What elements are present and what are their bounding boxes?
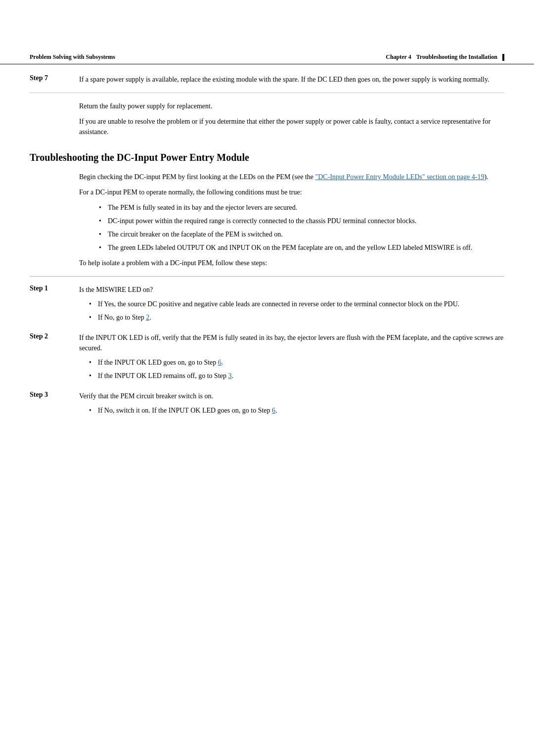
- step7-row: Step 7 If a spare power supply is availa…: [30, 74, 504, 93]
- page: Problem Solving with Subsystems Chapter …: [0, 49, 534, 756]
- to-help-isolate: To help isolate a problem with a DC-inpu…: [79, 258, 504, 268]
- step2-text: If the INPUT OK LED is off, verify that …: [79, 332, 504, 353]
- step1-row: Step 1 Is the MISWIRE LED on? If Yes, th…: [30, 284, 504, 327]
- step1-body: Is the MISWIRE LED on? If Yes, the sourc…: [79, 284, 504, 327]
- step3-label: Step 3: [30, 391, 79, 420]
- step2-row: Step 2 If the INPUT OK LED is off, verif…: [30, 332, 504, 385]
- step2-bullet-2-link[interactable]: 3: [228, 372, 232, 379]
- step2-body: If the INPUT OK LED is off, verify that …: [79, 332, 504, 385]
- intro-para1-before: Begin checking the DC-input PEM by first…: [79, 173, 315, 181]
- step2-bullet-1: If the INPUT OK LED goes on, go to Step …: [89, 357, 504, 368]
- step7-label: Step 7: [30, 74, 79, 85]
- condition-1: The PEM is fully seated in its bay and t…: [99, 202, 504, 213]
- main-content: Step 7 If a spare power supply is availa…: [0, 64, 534, 455]
- section-label: Problem Solving with Subsystems: [30, 53, 115, 61]
- step7-content: If a spare power supply is available, re…: [79, 74, 504, 85]
- condition-2: DC-input power within the required range…: [99, 216, 504, 226]
- step1-bullets: If Yes, the source DC positive and negat…: [89, 299, 504, 323]
- condition-4: The green LEDs labeled OUTPUT OK and INP…: [99, 242, 504, 253]
- conditions-list: The PEM is fully seated in its bay and t…: [99, 202, 504, 253]
- paragraph2: If you are unable to resolve the problem…: [79, 116, 504, 137]
- intro-para1-link[interactable]: "DC-Input Power Entry Module LEDs" secti…: [315, 173, 484, 181]
- header-right: Chapter 4 Troubleshooting the Installati…: [386, 53, 504, 61]
- chapter-title: Troubleshooting the Installation: [416, 53, 497, 61]
- step2-bullet-1-link[interactable]: 6: [218, 359, 222, 366]
- intro-para2: For a DC-input PEM to operate normally, …: [79, 187, 504, 197]
- intro-para1: Begin checking the DC-input PEM by first…: [79, 172, 504, 182]
- step1-text: Is the MISWIRE LED on?: [79, 284, 504, 295]
- step3-bullets: If No, switch it on. If the INPUT OK LED…: [89, 405, 504, 416]
- step3-text: Verify that the PEM circuit breaker swit…: [79, 391, 504, 401]
- step3-body: Verify that the PEM circuit breaker swit…: [79, 391, 504, 420]
- step3-row: Step 3 Verify that the PEM circuit break…: [30, 391, 504, 420]
- paragraph1: Return the faulty power supply for repla…: [79, 101, 504, 111]
- step1-bullet-2: If No, go to Step 2.: [89, 312, 504, 323]
- step1-bullet-1: If Yes, the source DC positive and negat…: [89, 299, 504, 309]
- step2-bullet-2: If the INPUT OK LED remains off, go to S…: [89, 371, 504, 381]
- step1-label: Step 1: [30, 284, 79, 327]
- section-heading: Troubleshooting the DC-Input Power Entry…: [30, 151, 504, 164]
- step2-bullets: If the INPUT OK LED goes on, go to Step …: [89, 357, 504, 381]
- intro-para1-after: ).: [484, 173, 488, 181]
- step1-bullet-2-after: .: [149, 314, 151, 321]
- step3-bullet-1-link[interactable]: 6: [272, 407, 275, 414]
- chapter-label: Chapter 4: [386, 53, 411, 61]
- page-header: Problem Solving with Subsystems Chapter …: [0, 49, 534, 64]
- step2-label: Step 2: [30, 332, 79, 385]
- step3-bullet-1: If No, switch it on. If the INPUT OK LED…: [89, 405, 504, 416]
- step1-bullet-2-before: If No, go to Step: [98, 314, 146, 321]
- header-bar-icon: [502, 54, 504, 61]
- condition-3: The circuit breaker on the faceplate of …: [99, 229, 504, 239]
- divider-steps: [30, 276, 504, 277]
